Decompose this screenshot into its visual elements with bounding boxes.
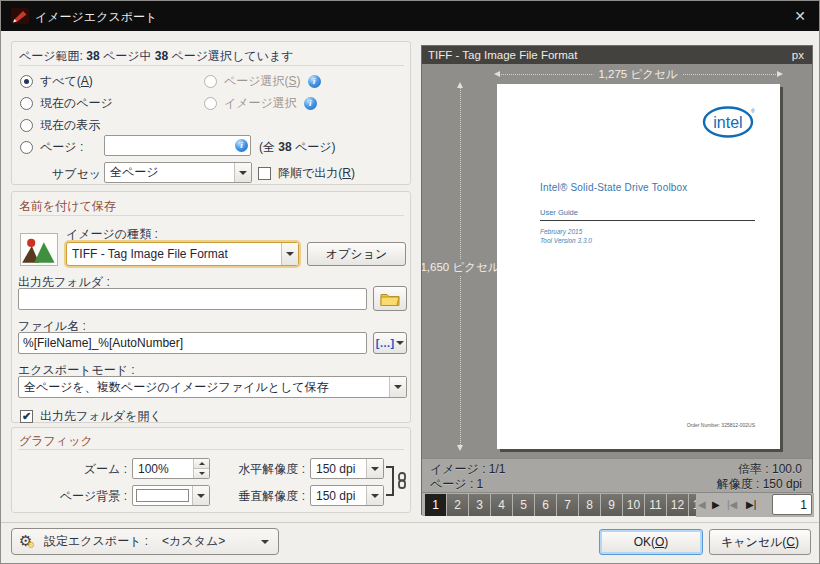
- status-resolution: 解像度 : 150 dpi: [717, 476, 802, 493]
- chevron-down-icon[interactable]: [366, 486, 383, 505]
- preview-area: 1,275 ピクセル 1,650 ピクセル intel ® Intel® Sol…: [422, 64, 812, 458]
- spin-down-icon[interactable]: [193, 468, 209, 478]
- page-range-header: ページ範囲: 38 ページ中 38 ページ選択しています: [19, 48, 294, 65]
- arrow-left-icon: [494, 71, 500, 77]
- ok-button[interactable]: OK(O): [599, 529, 703, 555]
- page-tabs-bar: 12345678910111213 ◀ ▶ |◀ ▶|: [422, 492, 812, 516]
- save-as-group: 名前を付けて保存 イメージの種類 : TIFF - Tag Image File…: [11, 191, 411, 423]
- pager-tab-3[interactable]: 3: [469, 494, 490, 516]
- chevron-down-icon[interactable]: [192, 486, 209, 505]
- graphics-group: グラフィック ズーム : 100% ページ背景 : 水平解像度 : 150 dp…: [11, 427, 411, 513]
- hres-dropdown[interactable]: 150 dpi: [310, 458, 384, 479]
- width-label: 1,275 ピクセル: [593, 67, 682, 82]
- cancel-button-label: キャンセル(C): [721, 534, 799, 551]
- open-folder-label: 出力先フォルダを開く: [40, 408, 162, 425]
- pages-input[interactable]: [104, 135, 251, 156]
- close-icon[interactable]: ✕: [789, 5, 811, 27]
- pager-tab-5[interactable]: 5: [513, 494, 534, 516]
- pager-tab-10[interactable]: 10: [623, 494, 644, 516]
- info-icon[interactable]: i: [235, 139, 248, 152]
- first-page-icon[interactable]: |◀: [727, 497, 737, 512]
- total-pages-label: (全 38 ページ): [259, 139, 336, 156]
- page-range-group: ページ範囲: 38 ページ中 38 ページ選択しています すべて(A) ページ選…: [11, 41, 411, 185]
- browse-folder-button[interactable]: [373, 286, 407, 311]
- vres-label: 垂直解像度 :: [212, 488, 305, 505]
- prev-page-icon[interactable]: ◀: [698, 497, 706, 512]
- cancel-button[interactable]: キャンセル(C): [709, 529, 811, 555]
- doc-rule: [540, 220, 755, 221]
- pager-tab-4[interactable]: 4: [491, 494, 512, 516]
- pager-tab-1[interactable]: 1: [425, 494, 446, 516]
- unit-label: px: [792, 49, 804, 61]
- export-mode-dropdown[interactable]: 全ページを、複数ページのイメージファイルとして保存: [18, 376, 407, 398]
- open-folder-checkbox[interactable]: ✔: [20, 410, 33, 423]
- options-button-label: オプション: [326, 246, 387, 263]
- next-page-icon[interactable]: ▶: [712, 497, 720, 512]
- preview-header: TIFF - Tag Image File Format px: [422, 46, 812, 64]
- radio-dot: [20, 119, 33, 132]
- info-icon[interactable]: i: [308, 75, 321, 88]
- hres-value: 150 dpi: [311, 462, 366, 476]
- radio-current-view[interactable]: 現在の表示: [20, 117, 100, 134]
- page-range-header-pre: ページ範囲:: [19, 49, 86, 63]
- pager-tab-8[interactable]: 8: [579, 494, 600, 516]
- radio-all-pages[interactable]: すべて(A): [20, 73, 93, 90]
- radio-pages[interactable]: ページ :: [20, 139, 83, 156]
- image-type-dropdown[interactable]: TIFF - Tag Image File Format: [66, 242, 299, 266]
- spin-up-icon[interactable]: [193, 459, 209, 468]
- page-range-header-post: ページ選択しています: [168, 49, 293, 63]
- radio-page-selection[interactable]: ページ選択(S) i: [204, 73, 321, 90]
- descending-checkbox-row[interactable]: 降順で出力(R): [258, 165, 355, 182]
- page-background-dropdown[interactable]: [132, 485, 210, 506]
- image-export-dialog: イメージエクスポート ✕ ページ範囲: 38 ページ中 38 ページ選択していま…: [0, 0, 820, 564]
- chevron-down-icon[interactable]: [281, 243, 298, 265]
- height-label: 1,650 ピクセル: [422, 260, 505, 275]
- image-type-value: TIFF - Tag Image File Format: [67, 247, 281, 261]
- image-type-icon: [20, 233, 58, 266]
- page-range-total: 38: [86, 49, 99, 63]
- subset-dropdown[interactable]: 全ページ: [104, 162, 252, 183]
- descending-checkbox[interactable]: [258, 167, 271, 180]
- zoom-stepper[interactable]: 100%: [132, 458, 210, 479]
- pager-tab-9[interactable]: 9: [601, 494, 622, 516]
- chevron-down-icon[interactable]: [389, 377, 406, 397]
- arrow-up-icon: [457, 82, 463, 88]
- vres-dropdown[interactable]: 150 dpi: [310, 485, 384, 506]
- chevron-down-icon[interactable]: [234, 163, 251, 182]
- window-title: イメージエクスポート: [35, 9, 157, 26]
- settings-export-dropdown[interactable]: ⚙ ⚙ 設定エクスポート : <カスタム>: [11, 528, 279, 555]
- descending-label: 降順で出力(R): [278, 165, 355, 182]
- pager-tab-13[interactable]: 13: [689, 494, 696, 516]
- radio-dot: [204, 97, 217, 110]
- ok-button-label: OK(O): [634, 535, 669, 549]
- macro-button[interactable]: […]: [373, 332, 407, 354]
- dest-folder-input[interactable]: [18, 288, 367, 310]
- pager-tab-12[interactable]: 12: [667, 494, 688, 516]
- page-number-input[interactable]: [772, 494, 812, 515]
- radio-current-page[interactable]: 現在のページ: [20, 95, 113, 112]
- footer-divider: [1, 522, 820, 523]
- hres-label: 水平解像度 :: [212, 461, 305, 478]
- zoom-spin-buttons: [193, 459, 209, 478]
- page-range-header-mid: ページ中: [100, 49, 155, 63]
- filename-input[interactable]: [18, 332, 367, 354]
- color-swatch: [136, 489, 189, 502]
- pager-tab-11[interactable]: 11: [645, 494, 666, 516]
- intel-logo: intel ®: [702, 104, 756, 140]
- chevron-down-icon[interactable]: [366, 459, 383, 478]
- document-page-preview[interactable]: intel ® Intel® Solid-State Drive Toolbox…: [497, 84, 780, 449]
- pager-tab-7[interactable]: 7: [557, 494, 578, 516]
- last-page-icon[interactable]: ▶|: [746, 497, 756, 512]
- doc-order-number: Order Number: 325812-002US: [645, 422, 755, 428]
- radio-current-view-label: 現在の表示: [40, 117, 100, 134]
- radio-image-selection[interactable]: イメージ選択 i: [204, 95, 317, 112]
- arrow-down-icon: [457, 445, 463, 451]
- pager-tab-6[interactable]: 6: [535, 494, 556, 516]
- pager-tabs: 12345678910111213: [425, 494, 696, 516]
- chevron-down-icon: [261, 540, 269, 544]
- options-button[interactable]: オプション: [307, 242, 406, 266]
- pager-tab-2[interactable]: 2: [447, 494, 468, 516]
- info-icon[interactable]: i: [304, 97, 317, 110]
- open-folder-checkbox-row[interactable]: ✔ 出力先フォルダを開く: [20, 408, 162, 425]
- link-lock-icon[interactable]: [397, 472, 407, 489]
